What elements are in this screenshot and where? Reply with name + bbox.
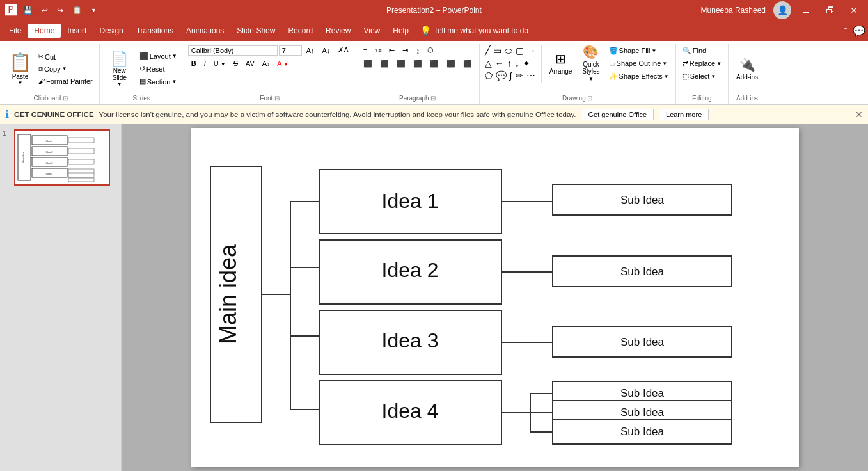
replace-button[interactable]: ⇄ Replace ▼ (680, 58, 724, 69)
close-button[interactable]: ✕ (845, 4, 863, 17)
down-arrow-shape-icon[interactable]: ↓ (514, 58, 521, 69)
slide-canvas[interactable]: Main idea Idea 1 Idea 2 (191, 128, 799, 467)
menu-file[interactable]: File (3, 24, 28, 38)
find-button[interactable]: 🔍 Find (680, 45, 709, 56)
curve-icon[interactable]: ∫ (509, 70, 514, 81)
quick-access-undo-icon[interactable]: ↩ (39, 4, 51, 16)
shape-effects-button[interactable]: ✨ Shape Effects ▼ (606, 70, 672, 82)
clear-format-button[interactable]: ✗A (335, 45, 351, 56)
paragraph-expand-icon[interactable]: ⊡ (430, 95, 436, 102)
minimize-button[interactable]: 🗕 (796, 4, 816, 17)
notification-close-button[interactable]: ✕ (855, 109, 863, 120)
learn-more-button[interactable]: Learn more (659, 109, 709, 120)
increase-indent-button[interactable]: ⇥ (399, 45, 411, 56)
more-shapes-icon[interactable]: ⋯ (525, 70, 537, 81)
section-button[interactable]: ▤ Section ▼ (137, 76, 180, 88)
font-color-button[interactable]: A ▼ (274, 58, 292, 68)
freeform-icon[interactable]: ✏ (514, 70, 525, 81)
menu-view[interactable]: View (357, 24, 386, 38)
increase-font-button[interactable]: A↑ (303, 45, 318, 56)
convert-smartart-button[interactable]: ⬡ (424, 45, 437, 56)
align-left-button[interactable]: ⬛ (360, 58, 375, 69)
line-shape-icon[interactable]: ╱ (484, 45, 491, 57)
justify-button[interactable]: ⬛ (410, 58, 425, 69)
pentagon-shape-icon[interactable]: ⬠ (484, 70, 494, 81)
bold-button[interactable]: B (188, 58, 200, 68)
select-button[interactable]: ⬚ Select ▼ (680, 70, 719, 82)
rounded-rect-icon[interactable]: ▢ (514, 45, 525, 57)
decrease-indent-button[interactable]: ⇤ (386, 45, 398, 56)
decrease-font-button[interactable]: A↓ (319, 45, 334, 56)
up-arrow-shape-icon[interactable]: ↑ (506, 58, 513, 69)
left-arrow-shape-icon[interactable]: ← (494, 58, 505, 69)
layout-button[interactable]: ⬛ Layout ▼ (137, 51, 180, 62)
user-avatar[interactable]: 👤 (773, 1, 791, 19)
menu-help[interactable]: Help (386, 24, 415, 38)
drawing-expand-icon[interactable]: ⊡ (587, 95, 592, 102)
menu-animations[interactable]: Animations (180, 24, 230, 38)
triangle-shape-icon[interactable]: △ (484, 58, 493, 69)
align-center-button[interactable]: ⬛ (377, 58, 392, 69)
align-right-button[interactable]: ⬛ (393, 58, 409, 69)
select-dropdown[interactable]: ▼ (711, 74, 716, 79)
new-slide-button[interactable]: 📄 NewSlide ▼ (104, 51, 136, 87)
clipboard-expand-icon[interactable]: ⊡ (63, 95, 68, 102)
layout-dropdown[interactable]: ▼ (172, 53, 177, 59)
oval-shape-icon[interactable]: ⬭ (503, 45, 514, 57)
font-expand-icon[interactable]: ⊡ (274, 95, 280, 102)
char-spacing-button[interactable]: AV (242, 58, 258, 68)
rectangle-shape-icon[interactable]: ▭ (492, 45, 503, 57)
tell-me-container[interactable]: 💡 Tell me what you want to do (420, 26, 528, 36)
format-painter-button[interactable]: 🖌 Format Painter (35, 76, 95, 87)
text-shadow-button[interactable]: A↕ (259, 58, 272, 68)
menu-insert[interactable]: Insert (61, 24, 93, 38)
canvas-area[interactable]: Main idea Idea 1 Idea 2 (122, 124, 868, 471)
columns-button[interactable]: ⬛ (427, 58, 442, 69)
underline-button[interactable]: U ▼ (210, 58, 229, 68)
new-slide-dropdown[interactable]: ▼ (117, 81, 122, 87)
paste-dropdown[interactable]: ▼ (18, 80, 23, 86)
menu-transitions[interactable]: Transitions (130, 24, 180, 38)
collapse-ribbon-icon[interactable]: ⌃ (842, 26, 849, 35)
replace-dropdown[interactable]: ▼ (716, 61, 722, 67)
quick-styles-button[interactable]: 🎨 QuickStyles ▼ (578, 45, 603, 81)
menu-slideshow[interactable]: Slide Show (230, 24, 281, 38)
menu-design[interactable]: Design (93, 24, 129, 38)
copy-button[interactable]: ⧉ Copy ▼ (35, 63, 95, 75)
quick-access-dropdown-icon[interactable]: ▼ (88, 6, 99, 15)
section-dropdown[interactable]: ▼ (171, 79, 177, 84)
menu-home[interactable]: Home (28, 24, 61, 38)
addins-button[interactable]: 🔌 Add-ins (732, 51, 762, 87)
star-shape-icon[interactable]: ✦ (521, 58, 532, 69)
fill-dropdown[interactable]: ▼ (651, 48, 656, 54)
get-genuine-office-button[interactable]: Get genuine Office (581, 109, 654, 120)
bullet-list-button[interactable]: ≡ (360, 45, 370, 56)
right-arrow-icon[interactable]: → (526, 45, 537, 57)
arrange-button[interactable]: ⊞ Arrange (546, 45, 576, 81)
slide-thumbnail[interactable]: Main idea Idea 1 Idea 2 Idea 3 Idea 4 (14, 129, 110, 186)
font-family-input[interactable] (188, 45, 278, 56)
effects-dropdown[interactable]: ▼ (664, 74, 669, 79)
italic-button[interactable]: I (201, 58, 209, 68)
text-direction-button[interactable]: ↨ (413, 45, 423, 56)
font-size-input[interactable] (279, 45, 302, 56)
quick-access-redo-icon[interactable]: ↪ (54, 4, 66, 16)
paste-button[interactable]: 📋 Paste ▼ (6, 51, 34, 87)
strikethrough-button[interactable]: S (230, 58, 241, 68)
menu-review[interactable]: Review (319, 24, 357, 38)
quick-access-save-icon[interactable]: 💾 (20, 4, 35, 16)
reset-button[interactable]: ↺ Reset (137, 63, 180, 75)
quick-access-extra-icon[interactable]: 📋 (70, 4, 84, 16)
shape-outline-button[interactable]: ▭ Shape Outline ▼ (606, 58, 672, 69)
copy-dropdown[interactable]: ▼ (62, 66, 67, 72)
comments-icon[interactable]: 💬 (853, 25, 865, 37)
outline-dropdown[interactable]: ▼ (662, 61, 667, 67)
line-spacing-button[interactable]: ⬛ (443, 58, 459, 69)
maximize-button[interactable]: 🗗 (821, 4, 840, 17)
callout-shape-icon[interactable]: 💬 (494, 70, 508, 81)
text-align-button[interactable]: ⬛ (460, 58, 475, 69)
shape-fill-button[interactable]: 🪣 Shape Fill ▼ (606, 45, 672, 56)
numbered-list-button[interactable]: 1≡ (372, 46, 384, 55)
slide-panel[interactable]: 1 Main idea Idea 1 Idea 2 Idea 3 Idea 4 (0, 124, 122, 471)
cut-button[interactable]: ✂ Cut (35, 51, 95, 63)
